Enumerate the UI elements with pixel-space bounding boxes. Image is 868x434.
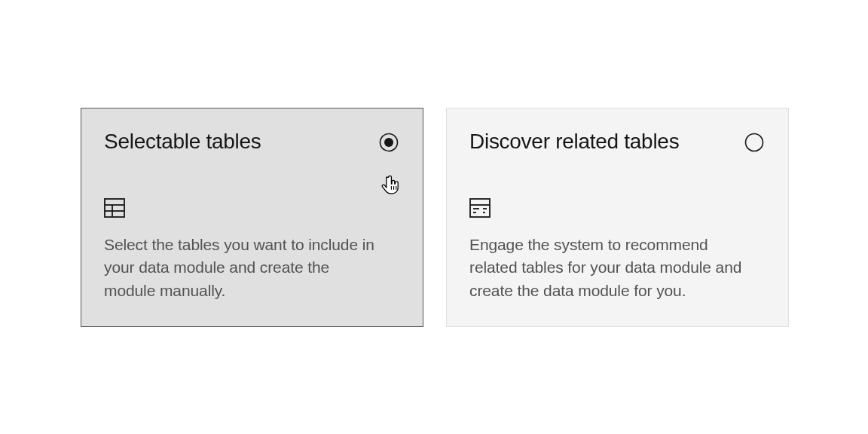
svg-rect-5 — [105, 199, 124, 217]
svg-point-9 — [746, 134, 763, 151]
card-description: Engage the system to recommend related t… — [469, 234, 748, 302]
svg-point-1 — [384, 138, 393, 147]
card-title: Discover related tables — [469, 130, 766, 154]
pointer-cursor-icon — [379, 174, 402, 197]
option-cards-container: Selectable tables Select the t — [81, 108, 789, 327]
option-card-discover-related-tables[interactable]: Discover related tables Engage the syste… — [446, 108, 789, 327]
radio-selected[interactable] — [379, 133, 399, 152]
card-description: Select the tables you want to include in… — [104, 234, 383, 302]
option-card-selectable-tables[interactable]: Selectable tables Select the t — [81, 108, 423, 327]
data-table-icon — [469, 197, 491, 219]
card-title: Selectable tables — [104, 130, 400, 154]
svg-rect-10 — [470, 199, 490, 217]
table-grid-icon — [104, 197, 125, 219]
radio-unselected[interactable] — [744, 133, 764, 152]
